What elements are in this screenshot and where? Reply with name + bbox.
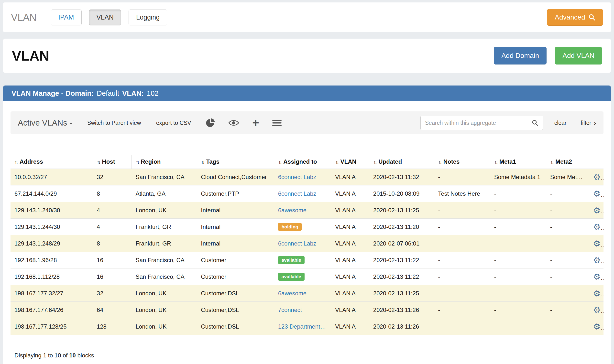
cell-region: San Francisco, CA [132, 252, 197, 269]
cell-assigned-to: 6connect Labz [274, 235, 331, 252]
assigned-to-link[interactable]: 7connect [278, 307, 302, 313]
table-row: 129.143.1.240/304London, UKInternal6awes… [11, 202, 603, 219]
clear-link[interactable]: clear [554, 120, 567, 126]
footer-prefix: Displaying 1 to 10 of [14, 352, 67, 359]
search-button[interactable] [527, 116, 543, 130]
cell-actions: ⚙ [589, 202, 603, 219]
cell-host: 64 [93, 302, 132, 318]
cell-address: 129.143.1.248/29 [11, 235, 93, 252]
cell-assigned-to: available [274, 252, 331, 269]
column-header-host[interactable]: ↑↓Host [93, 155, 132, 169]
advanced-search-label: Advanced [555, 13, 585, 21]
cell-meta1: - [490, 318, 546, 335]
sort-icon: ↑↓ [373, 159, 376, 165]
cell-updated: 2020-02-13 11:22 [369, 269, 434, 285]
plus-icon[interactable]: + [252, 117, 259, 129]
cell-actions: ⚙ [589, 185, 603, 202]
cell-region: San Francisco, CA [132, 269, 197, 285]
assigned-to-link[interactable]: 123 Department… [278, 323, 326, 330]
assigned-to-link[interactable]: 6awesome [278, 207, 307, 213]
column-header-tags[interactable]: ↑↓Tags [197, 155, 274, 169]
cell-region: London, UK [132, 285, 197, 302]
gear-icon[interactable]: ⚙ [593, 289, 603, 298]
column-header-updated[interactable]: ↑↓Updated [369, 155, 434, 169]
tab-vlan[interactable]: VLAN [89, 10, 121, 26]
panel-header: VLAN Manage - Domain: Default VLAN: 102 [3, 86, 611, 101]
cell-assigned-to: available [274, 269, 331, 285]
list-icon[interactable] [272, 119, 281, 127]
page-header-card: VLAN Add Domain Add VLAN [3, 39, 611, 73]
advanced-search-button[interactable]: Advanced [547, 9, 603, 26]
column-header-vlan[interactable]: ↑↓VLAN [331, 155, 369, 169]
cell-region: San Francisco, CA [132, 169, 197, 185]
add-domain-button[interactable]: Add Domain [494, 47, 547, 65]
filter-link[interactable]: filter › [581, 119, 596, 127]
add-vlan-button[interactable]: Add VLAN [555, 47, 602, 65]
assigned-to-link[interactable]: 6awesome [278, 290, 307, 297]
gear-icon[interactable]: ⚙ [593, 172, 603, 182]
gear-icon[interactable]: ⚙ [593, 322, 603, 331]
gear-icon[interactable]: ⚙ [593, 305, 603, 315]
cell-notes: - [434, 235, 490, 252]
column-header-assigned-to[interactable]: ↑↓Assigned to [274, 155, 331, 169]
cell-notes: - [434, 219, 490, 235]
tab-logging[interactable]: Logging [129, 10, 167, 26]
column-header-meta2[interactable]: ↑↓Meta2 [546, 155, 589, 169]
cell-meta1: - [490, 302, 546, 318]
cell-meta1: - [490, 202, 546, 219]
cell-host: 8 [93, 235, 132, 252]
gear-icon[interactable]: ⚙ [593, 272, 603, 281]
cell-assigned-to: 6connect Labz [274, 169, 331, 185]
sort-icon: ↑↓ [278, 159, 281, 165]
gear-icon[interactable]: ⚙ [593, 189, 603, 198]
cell-updated: 2020-02-07 06:01 [369, 235, 434, 252]
table-row: 10.0.0.32/2732San Francisco, CACloud Con… [11, 169, 603, 185]
cell-region: Frankfurt, GR [132, 219, 197, 235]
eye-icon[interactable] [228, 119, 239, 127]
gear-icon[interactable]: ⚙ [593, 206, 603, 215]
gear-icon[interactable]: ⚙ [593, 222, 603, 232]
column-header-notes[interactable]: ↑↓Notes [434, 155, 490, 169]
cell-updated: 2020-02-13 11:26 [369, 302, 434, 318]
cell-tags: Customer [197, 252, 274, 269]
cell-meta2: - [546, 185, 589, 202]
status-badge: available [278, 256, 305, 264]
column-header-address[interactable]: ↑↓Address [11, 155, 93, 169]
cell-vlan: VLAN A [331, 219, 369, 235]
export-to-csv-link[interactable]: export to CSV [156, 120, 191, 126]
search-input[interactable] [420, 116, 527, 130]
sort-icon: ↑↓ [97, 159, 99, 165]
table-header-row: ↑↓Address↑↓Host↑↓Region↑↓Tags↑↓Assigned … [11, 155, 603, 169]
cell-region: London, UK [132, 318, 197, 335]
cell-updated: 2020-02-13 11:26 [369, 318, 434, 335]
cell-assigned-to: 123 Department… [274, 318, 331, 335]
gear-icon[interactable]: ⚙ [593, 239, 603, 248]
switch-to-parent-view-link[interactable]: Switch to Parent view [87, 120, 141, 126]
assigned-to-link[interactable]: 6connect Labz [278, 240, 316, 247]
cell-vlan: VLAN A [331, 318, 369, 335]
cell-assigned-to: 7connect [274, 302, 331, 318]
table-row: 198.167.177.64/2664London, UKCustomer,DS… [11, 302, 603, 318]
pie-chart-icon[interactable] [205, 118, 215, 128]
assigned-to-link[interactable]: 6connect Labz [278, 174, 316, 180]
cell-host: 16 [93, 252, 132, 269]
cell-actions: ⚙ [589, 285, 603, 302]
cell-meta1: - [490, 235, 546, 252]
column-header-region[interactable]: ↑↓Region [132, 155, 197, 169]
gear-icon[interactable]: ⚙ [593, 256, 603, 265]
cell-meta1: Some Metadata 1 [490, 169, 546, 185]
cell-updated: 2020-02-13 11:20 [369, 219, 434, 235]
panel-title-part: VLAN Manage - Domain: [12, 90, 94, 97]
cell-notes: - [434, 318, 490, 335]
table-row: 67.214.144.0/298Atlanta, GACustomer,PTP6… [11, 185, 603, 202]
cell-host: 32 [93, 169, 132, 185]
search-icon [532, 120, 538, 126]
navbar-brand: VLAN [11, 12, 37, 23]
assigned-to-link[interactable]: 6connect Labz [278, 190, 316, 197]
panel-title-part: VLAN: [122, 90, 144, 97]
sort-icon: ↑↓ [201, 159, 204, 165]
top-navbar: VLAN IPAM VLAN Logging Advanced [3, 2, 611, 32]
column-header-meta1[interactable]: ↑↓Meta1 [490, 155, 546, 169]
tab-ipam[interactable]: IPAM [51, 10, 82, 26]
cell-actions: ⚙ [589, 318, 603, 335]
